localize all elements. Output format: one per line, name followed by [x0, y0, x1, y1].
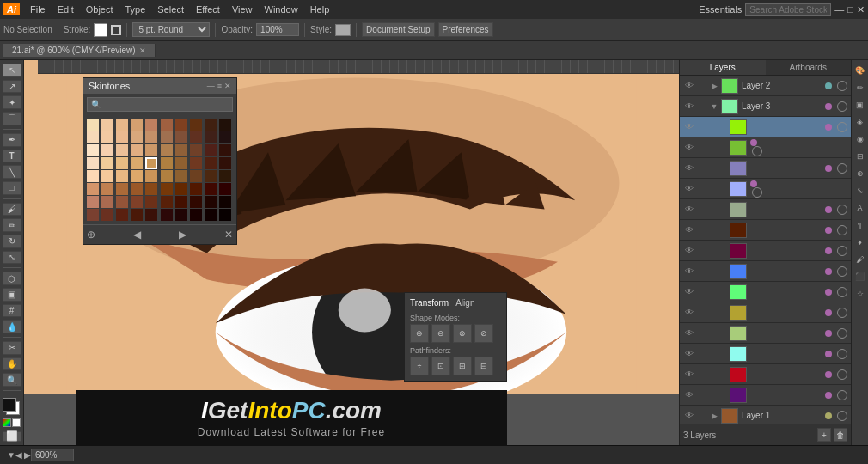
swatch-32[interactable]: [116, 157, 128, 169]
rect-tool[interactable]: □: [3, 181, 21, 195]
tab-close-button[interactable]: ✕: [139, 46, 146, 55]
layer-target-0[interactable]: [837, 81, 847, 91]
swatch-7[interactable]: [190, 119, 202, 131]
document-setup-button[interactable]: Document Setup: [362, 22, 435, 37]
swatch-64[interactable]: [145, 196, 157, 208]
swatch-78[interactable]: [205, 209, 217, 221]
delete-layer-button[interactable]: 🗑: [834, 428, 847, 442]
swatch-52[interactable]: [116, 183, 128, 195]
layer-visibility-9[interactable]: 👁: [683, 266, 695, 276]
pathfinder-icon-strip[interactable]: ⊕: [853, 167, 867, 180]
swatches-icon-strip[interactable]: ⬛: [853, 270, 867, 284]
swatch-59[interactable]: [219, 183, 231, 195]
document-tab[interactable]: 21.ai* @ 600% (CMYK/Preview) ✕: [3, 44, 156, 57]
swatch-1[interactable]: [101, 119, 113, 131]
color-icon-strip[interactable]: 🎨: [853, 64, 867, 77]
trim-btn[interactable]: ⊡: [431, 357, 450, 375]
swatch-11[interactable]: [101, 131, 113, 143]
layer-row-5[interactable]: 👁: [680, 179, 851, 199]
style-swatch[interactable]: [335, 24, 351, 36]
layer-row-15[interactable]: 👁: [680, 385, 851, 406]
maximize-button[interactable]: □: [847, 4, 853, 15]
swatch-29[interactable]: [219, 144, 231, 156]
swatch-3[interactable]: [131, 119, 143, 131]
swatch-15[interactable]: [161, 131, 173, 143]
opacity-input[interactable]: [256, 23, 299, 36]
swatch-36[interactable]: [175, 157, 187, 169]
layer-row-4[interactable]: 👁: [680, 158, 851, 179]
layer-row-3[interactable]: 👁: [680, 137, 851, 158]
stroke-icon-strip[interactable]: ✏: [853, 81, 867, 95]
swatch-47[interactable]: [190, 170, 202, 182]
swatch-43[interactable]: [131, 170, 143, 182]
char-icon-strip[interactable]: A: [853, 201, 867, 215]
swatch-71[interactable]: [101, 209, 113, 221]
layer-target-7[interactable]: [837, 225, 847, 235]
layer-row-1[interactable]: 👁 ▼ Layer 3: [680, 96, 851, 117]
swatch-51[interactable]: [101, 183, 113, 195]
swatch-6[interactable]: [175, 119, 187, 131]
swatch-22[interactable]: [116, 144, 128, 156]
layer-row-16[interactable]: 👁 ▶ Layer 1: [680, 406, 851, 424]
swatch-37[interactable]: [190, 157, 202, 169]
swatch-74[interactable]: [145, 209, 157, 221]
swatch-8[interactable]: [205, 119, 217, 131]
merge-btn[interactable]: ⊞: [453, 357, 472, 375]
layer-expand-0[interactable]: ▶: [709, 82, 719, 90]
swatch-60[interactable]: [87, 196, 99, 208]
swatch-56[interactable]: [175, 183, 187, 195]
layer-visibility-13[interactable]: 👁: [683, 349, 695, 358]
swatch-4[interactable]: [145, 119, 157, 131]
prev-swatch-button[interactable]: ◀: [133, 229, 141, 241]
swatch-20[interactable]: [87, 144, 99, 156]
swatch-67[interactable]: [190, 196, 202, 208]
swatch-50[interactable]: [87, 183, 99, 195]
layer-visibility-2[interactable]: 👁: [683, 122, 695, 131]
swatch-58[interactable]: [205, 183, 217, 195]
layer-expand-16[interactable]: ▶: [709, 412, 719, 420]
close-button[interactable]: ✕: [857, 4, 865, 15]
menu-view[interactable]: View: [227, 3, 258, 16]
swatch-55[interactable]: [161, 183, 173, 195]
swatch-27[interactable]: [190, 144, 202, 156]
exclude-btn[interactable]: ⊘: [474, 324, 493, 343]
paintbrush-tool[interactable]: 🖌: [3, 203, 21, 217]
skintones-search-input[interactable]: [87, 97, 233, 112]
swatch-33[interactable]: [131, 157, 143, 169]
swatch-40[interactable]: [87, 170, 99, 182]
gradient-icon-strip[interactable]: ▣: [853, 98, 867, 112]
swatch-13[interactable]: [131, 131, 143, 143]
layer-visibility-1[interactable]: 👁: [683, 101, 695, 111]
appearance-icon-strip[interactable]: ◉: [853, 132, 867, 146]
gradient-tool[interactable]: ▣: [3, 288, 21, 302]
layer-target-15[interactable]: [837, 390, 847, 400]
swatch-41[interactable]: [101, 170, 113, 182]
stroke-color-box[interactable]: [3, 398, 16, 412]
align-icon-strip[interactable]: ⊟: [853, 150, 867, 163]
divide-btn[interactable]: ÷: [410, 357, 429, 375]
layer-row-12[interactable]: 👁: [680, 323, 851, 344]
swatch-49[interactable]: [219, 170, 231, 182]
crop-btn[interactable]: ⊟: [474, 357, 493, 375]
swatch-24[interactable]: [145, 144, 157, 156]
layer-target-1[interactable]: [837, 101, 847, 112]
swatch-45[interactable]: [161, 170, 173, 182]
symbols2-icon-strip[interactable]: ☆: [853, 287, 867, 301]
new-layer-button[interactable]: +: [817, 428, 831, 442]
swatch-65[interactable]: [161, 196, 173, 208]
layer-visibility-4[interactable]: 👁: [683, 163, 695, 173]
swatch-23[interactable]: [131, 144, 143, 156]
skintones-panel-header[interactable]: Skintones — ≡ ✕: [83, 78, 236, 94]
swatch-75[interactable]: [161, 209, 173, 221]
hand-tool[interactable]: ✋: [3, 357, 21, 371]
color-icon[interactable]: [3, 418, 11, 427]
menu-window[interactable]: Window: [260, 3, 303, 16]
swatch-72[interactable]: [116, 209, 128, 221]
swatch-38[interactable]: [205, 157, 217, 169]
swatch-35[interactable]: [161, 157, 173, 169]
layer-visibility-12[interactable]: 👁: [683, 328, 695, 338]
swatch-53[interactable]: [131, 183, 143, 195]
brush-size-dropdown[interactable]: 5 pt. Round: [132, 22, 210, 37]
swatch-16[interactable]: [175, 131, 187, 143]
layer-target-13[interactable]: [837, 349, 847, 359]
